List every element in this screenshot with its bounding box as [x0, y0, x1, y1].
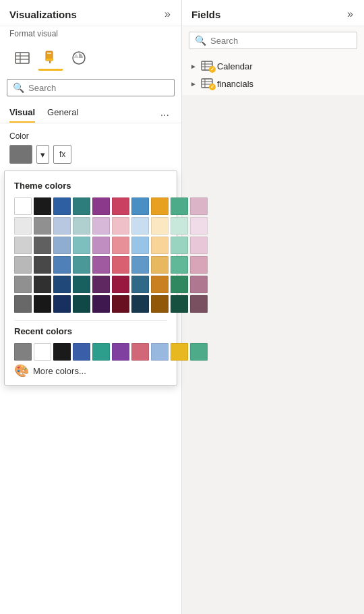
recent-color-cell[interactable]: [171, 343, 188, 361]
color-cell[interactable]: [131, 256, 149, 274]
theme-colors-title: Theme colors: [14, 181, 167, 191]
field-item-calendar[interactable]: ► ✓ Calendar: [186, 57, 360, 75]
tab-general[interactable]: General: [47, 102, 78, 123]
color-cell[interactable]: [190, 217, 208, 235]
color-cell[interactable]: [171, 256, 188, 274]
recent-color-cell[interactable]: [14, 343, 32, 361]
color-cell[interactable]: [53, 217, 71, 235]
color-cell[interactable]: [112, 197, 129, 215]
color-grid-row-5: [14, 276, 167, 293]
color-cell[interactable]: [73, 237, 90, 254]
panel-title: Visualizations: [9, 9, 77, 20]
color-cell[interactable]: [112, 237, 129, 254]
fields-search-input[interactable]: [210, 36, 351, 46]
recent-color-cell[interactable]: [34, 343, 51, 361]
theme-color-grid: [14, 197, 167, 315]
color-cell[interactable]: [34, 237, 51, 254]
color-cell[interactable]: [131, 295, 149, 313]
left-search-input[interactable]: [28, 83, 169, 93]
right-search-bar[interactable]: 🔍: [189, 32, 357, 49]
color-cell[interactable]: [131, 237, 149, 254]
color-cell[interactable]: [190, 276, 208, 293]
color-cell[interactable]: [171, 197, 188, 215]
current-color-swatch[interactable]: [9, 145, 32, 164]
color-cell[interactable]: [131, 217, 149, 235]
color-cell[interactable]: [171, 237, 188, 254]
color-cell[interactable]: [53, 197, 71, 215]
color-cell[interactable]: [190, 295, 208, 313]
color-cell[interactable]: [34, 256, 51, 274]
color-cell[interactable]: [190, 197, 208, 215]
color-cell[interactable]: [14, 237, 32, 254]
color-cell[interactable]: [92, 237, 110, 254]
color-cell[interactable]: [112, 276, 129, 293]
recent-color-cell[interactable]: [92, 343, 110, 361]
recent-color-cell[interactable]: [112, 343, 129, 361]
color-cell[interactable]: [92, 256, 110, 274]
analytics-icon-button[interactable]: [66, 45, 92, 71]
recent-color-cell[interactable]: [151, 343, 169, 361]
field-chevron-icon: ►: [190, 63, 197, 70]
color-cell[interactable]: [151, 237, 169, 254]
color-cell[interactable]: [151, 276, 169, 293]
color-cell[interactable]: [190, 256, 208, 274]
color-cell[interactable]: [34, 197, 51, 215]
fields-expand-button[interactable]: »: [344, 7, 356, 22]
fx-button[interactable]: fx: [53, 145, 71, 164]
color-cell[interactable]: [34, 217, 51, 235]
field-item-financials[interactable]: ► ✓ financials: [186, 75, 360, 92]
color-cell[interactable]: [171, 295, 188, 313]
table-icon-button[interactable]: [9, 45, 35, 71]
color-cell[interactable]: [53, 295, 71, 313]
recent-color-cell[interactable]: [73, 343, 90, 361]
color-cell[interactable]: [73, 217, 90, 235]
color-cell[interactable]: [151, 217, 169, 235]
color-cell[interactable]: [14, 295, 32, 313]
color-cell[interactable]: [112, 217, 129, 235]
more-colors-row[interactable]: 🎨 More colors...: [14, 363, 167, 378]
color-cell[interactable]: [190, 237, 208, 254]
color-cell[interactable]: [112, 256, 129, 274]
color-dropdown-button[interactable]: ▾: [36, 145, 49, 164]
svg-rect-6: [45, 59, 53, 61]
tab-visual[interactable]: Visual: [9, 102, 35, 123]
color-cell[interactable]: [14, 197, 32, 215]
recent-color-cell[interactable]: [190, 343, 208, 361]
color-cell[interactable]: [171, 217, 188, 235]
color-cell[interactable]: [73, 295, 90, 313]
color-cell[interactable]: [73, 276, 90, 293]
analytics-icon: [71, 51, 86, 65]
color-cell[interactable]: [92, 197, 110, 215]
color-cell[interactable]: [112, 295, 129, 313]
color-cell[interactable]: [151, 256, 169, 274]
color-grid-row-2: [14, 217, 167, 235]
color-cell[interactable]: [131, 197, 149, 215]
color-cell[interactable]: [14, 276, 32, 293]
color-cell[interactable]: [92, 295, 110, 313]
color-cell[interactable]: [171, 276, 188, 293]
color-cell[interactable]: [34, 295, 51, 313]
svg-rect-5: [47, 53, 51, 54]
recent-color-cell[interactable]: [53, 343, 71, 361]
color-cell[interactable]: [73, 256, 90, 274]
format-icon-button[interactable]: [38, 45, 63, 71]
color-cell[interactable]: [53, 256, 71, 274]
left-search-bar[interactable]: 🔍: [7, 79, 175, 96]
color-cell[interactable]: [73, 197, 90, 215]
color-cell[interactable]: [14, 256, 32, 274]
color-cell[interactable]: [151, 197, 169, 215]
recent-color-cell[interactable]: [131, 343, 149, 361]
format-visual-label: Format visual: [0, 26, 181, 42]
icon-toolbar: [0, 42, 181, 76]
color-cell[interactable]: [53, 276, 71, 293]
color-cell[interactable]: [14, 217, 32, 235]
color-cell[interactable]: [131, 276, 149, 293]
color-cell[interactable]: [53, 237, 71, 254]
color-cell[interactable]: [151, 295, 169, 313]
expand-collapse-button[interactable]: »: [162, 7, 173, 22]
color-cell[interactable]: [92, 217, 110, 235]
color-cell[interactable]: [34, 276, 51, 293]
tabs-more-button[interactable]: ...: [158, 104, 172, 121]
fields-title: Fields: [191, 9, 220, 20]
color-cell[interactable]: [92, 276, 110, 293]
